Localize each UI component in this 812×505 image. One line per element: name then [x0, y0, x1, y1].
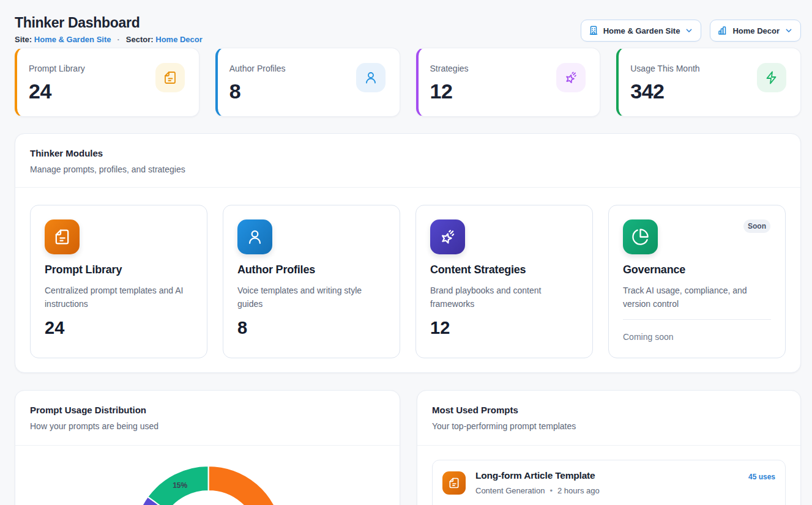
- svg-text:15%: 15%: [173, 481, 187, 490]
